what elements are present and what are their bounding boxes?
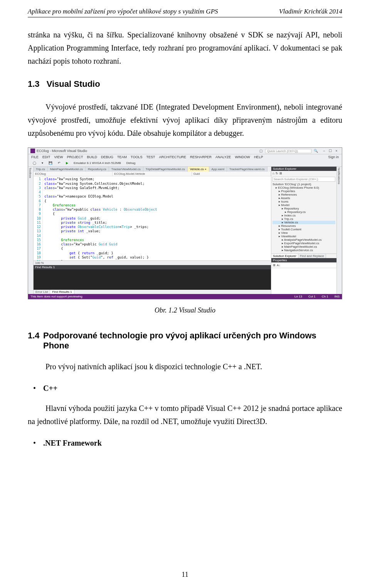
tree-node[interactable]: ▸ ExportPageViewModel.cs	[272, 242, 335, 245]
solexp-tree[interactable]: Solution 'ECOlog' (1 project)▸ ECOlog (W…	[271, 182, 336, 253]
vs-find-results-title: Find Results 1	[34, 265, 271, 269]
sb-col: Col 1	[308, 295, 316, 298]
tb-save-icon[interactable]: 💾	[47, 161, 54, 166]
solexp-title: Solution Explorer	[271, 167, 336, 171]
vs-layout-icon[interactable]: ▢	[259, 149, 263, 153]
dd-class[interactable]: ECOlog.Model.Vehicle	[113, 172, 192, 176]
vs-zoom[interactable]: 100 %	[34, 260, 271, 265]
tree-node[interactable]: ▸ Index.cs	[272, 214, 335, 217]
tab-vehicle[interactable]: Vehicle.cs ×	[188, 167, 209, 172]
tree-node[interactable]: ▸ Repository	[272, 207, 335, 210]
sb-ln: Ln 13	[294, 295, 302, 298]
menu-debug[interactable]: DEBUG	[101, 155, 113, 159]
tb-config[interactable]: Debug	[125, 161, 137, 166]
maximize-icon[interactable]: ☐	[328, 149, 332, 153]
vs-bottom-tabs: Error List Find Results 1	[34, 290, 271, 294]
tab-trackervm[interactable]: TrackerViewModel.cs	[109, 167, 143, 172]
vs-nav-dropdowns: ECOlog ECOlog.Model.Vehicle Guid	[34, 172, 271, 176]
tb-back-icon[interactable]: ◯	[31, 161, 38, 166]
solexp-search[interactable]: Search Solution Explorer (Ctrl+;)	[272, 177, 335, 182]
section-1-4-heading: 1.4 Podporované technologie pro vývoj ap…	[28, 331, 342, 351]
vs-line-gutter: 12345678910111213141516171819202122	[34, 176, 43, 260]
vs-logo-icon	[30, 149, 35, 153]
tree-node[interactable]: ▸ Icons	[272, 200, 335, 203]
solexp-home-icon[interactable]: ⌂	[272, 172, 274, 175]
tree-node[interactable]: ▸ Model	[272, 203, 335, 207]
menu-team[interactable]: TEAM	[117, 155, 127, 159]
menu-edit[interactable]: EDIT	[42, 155, 50, 159]
paragraph-1: stránka na výšku, či na šířku. Specializ…	[28, 28, 342, 68]
tree-node[interactable]: ▸ Trip.cs	[272, 217, 335, 221]
menu-architecture[interactable]: ARCHITECTURE	[159, 155, 186, 159]
tree-node[interactable]: ▸ ECOlog (Windows Phone 8.0)	[272, 186, 335, 189]
tree-node[interactable]: ▸ MainPageViewModel.cs	[272, 245, 335, 248]
tree-node[interactable]: ▸ Repository.cs	[272, 210, 335, 214]
tab-trackerpageview[interactable]: TrackerPageView.xaml.cs	[227, 167, 267, 172]
pt-solexp[interactable]: Solution Explorer	[271, 254, 298, 258]
tab-error-list[interactable]: Error List	[34, 290, 50, 294]
tab-trip[interactable]: Trip.cs	[34, 167, 48, 172]
tb-open-icon[interactable]: ▾	[40, 161, 45, 166]
vs-sidebar-left[interactable]: Toolbox	[28, 167, 34, 294]
tree-node[interactable]: ▸ Toolkit.Content	[272, 228, 335, 231]
tb-run-icon[interactable]: ▶	[64, 161, 70, 166]
tree-node[interactable]: Solution 'ECOlog' (1 project)	[272, 182, 335, 186]
vs-search-icon[interactable]: 🔍	[314, 149, 318, 153]
bullet-cpp: C++	[0, 382, 370, 395]
bullet-cpp-label: C++	[43, 384, 57, 392]
menu-tools[interactable]: TOOLS	[131, 155, 142, 159]
dd-project[interactable]: ECOlog	[34, 172, 113, 176]
menu-view[interactable]: VIEW	[54, 155, 63, 159]
paragraph-4: Hlavní výhoda použití jazyka C++ v tomto…	[0, 402, 370, 428]
page-number: 11	[0, 571, 370, 579]
menu-project[interactable]: PROJECT	[67, 155, 83, 159]
vs-find-results-panel: Find Results 1	[34, 265, 271, 290]
tb-emulator[interactable]: Emulator 8.1 WVGA 4 inch 512MB	[72, 161, 123, 166]
tree-node[interactable]: ▸ Resources	[272, 224, 335, 228]
tab-close-icon[interactable]: ×	[205, 167, 207, 171]
paragraph-2: Vývojové prostředí, takzvané IDE (Integr…	[28, 100, 342, 140]
menu-test[interactable]: TEST	[146, 155, 155, 159]
vs-sidebar-right[interactable]: Notifications	[336, 167, 342, 294]
menu-file[interactable]: FILE	[31, 155, 39, 159]
prop-az-icon[interactable]: A↓	[277, 264, 280, 267]
properties-toolbar: ⊞ A↓	[271, 263, 336, 268]
header-right: Vladimír Krichťák 2014	[279, 8, 342, 15]
tree-node[interactable]: ▸ View	[272, 231, 335, 235]
tab-repository[interactable]: Repository.cs	[86, 167, 109, 172]
tab-tripdetailvm[interactable]: TripDetailPageViewModel.cs	[143, 167, 188, 172]
vs-statusbar: This item does not support previewing Ln…	[28, 294, 342, 299]
menu-window[interactable]: WINDOW	[235, 155, 250, 159]
menu-build[interactable]: BUILD	[87, 155, 98, 159]
close-icon[interactable]: ×	[335, 149, 338, 153]
solexp-showall-icon[interactable]: ⊞	[279, 172, 282, 175]
tree-node[interactable]: ▸ NavigationService.cs	[272, 248, 335, 252]
menu-help[interactable]: HELP	[254, 155, 263, 159]
prop-cat-icon[interactable]: ⊞	[273, 264, 276, 267]
tree-node[interactable]: ▸ AnalysisPageViewModel.cs	[272, 238, 335, 242]
tree-node[interactable]: ▸ Properties	[272, 189, 335, 193]
tree-node[interactable]: ▸ Assets	[272, 196, 335, 200]
vs-code-area[interactable]: class="kw">using System;class="kw">using…	[43, 176, 159, 260]
tree-node[interactable]: ▸ ViewModel	[272, 235, 335, 238]
section-1-4-number: 1.4	[28, 331, 43, 351]
tree-node[interactable]: ▸ References	[272, 193, 335, 196]
tree-node[interactable]: ▸ Vehicle.cs	[272, 221, 335, 224]
vs-quick-launch[interactable]: Quick Launch (Ctrl+Q)	[265, 149, 311, 153]
vs-code-editor[interactable]: 12345678910111213141516171819202122 clas…	[34, 176, 271, 260]
properties-title: Properties	[271, 258, 336, 262]
tab-appxaml[interactable]: App.xaml	[209, 167, 227, 172]
pt-findreplace[interactable]: Find and Replace	[298, 254, 326, 258]
section-1-4-title: Podporované technologie pro vývoj aplika…	[43, 331, 342, 351]
vs-screenshot: ECOlog - Microsoft Visual Studio ▢ Quick…	[28, 147, 342, 299]
menu-resharper[interactable]: RESHARPER	[190, 155, 212, 159]
solexp-refresh-icon[interactable]: ↻	[276, 172, 278, 175]
bullet-dotnet: .NET Framework	[0, 436, 370, 449]
menu-analyze[interactable]: ANALYZE	[215, 155, 231, 159]
tab-mainpagevm[interactable]: MainPageViewModel.cs	[48, 167, 86, 172]
dd-member[interactable]: Guid	[192, 172, 271, 176]
vs-signin[interactable]: Sign in	[328, 155, 339, 159]
tb-undo-icon[interactable]: ↶	[56, 161, 62, 166]
tab-find-results[interactable]: Find Results 1	[50, 290, 74, 294]
minimize-icon[interactable]: –	[322, 149, 326, 153]
